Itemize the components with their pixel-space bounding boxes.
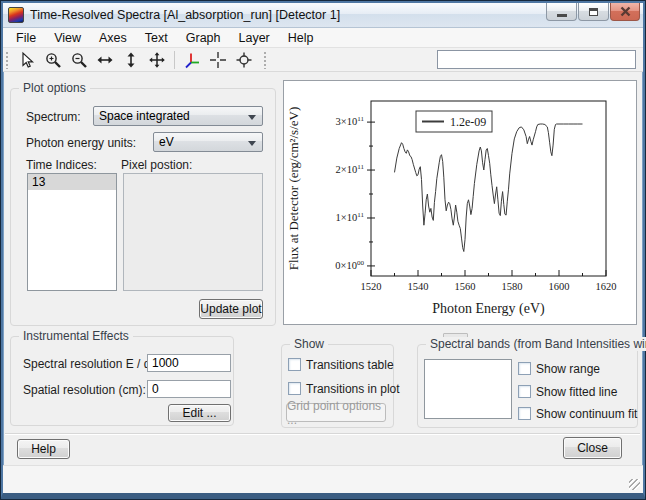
menu-bar: File View Axes Text Graph Layer Help [3,28,643,48]
toolbar-separator [174,51,175,69]
transitions-table-label: Transitions table [306,358,394,372]
spatial-resolution-label: Spatial resolution (cm): [23,383,146,397]
toolbar-grip-2[interactable] [263,51,268,69]
horizontal-arrows-icon [96,51,114,69]
zoom-out-icon [70,51,88,69]
window-title: Time-Resolved Spectra [Al_absorption_run… [30,8,340,22]
show-continuum-fit-label: Show continuum fit [536,407,637,421]
show-group-title: Show [290,337,328,351]
time-index-item-selected[interactable]: 13 [28,174,116,190]
app-icon [8,7,24,23]
maximize-button[interactable] [578,3,609,21]
show-continuum-fit-checkbox[interactable] [518,407,531,420]
time-indices-label: Time Indices: [26,158,97,172]
vertical-arrows-icon [122,51,140,69]
crosshair-tool-button[interactable] [205,49,231,71]
close-icon [620,6,631,17]
axes-tool-button[interactable] [179,49,205,71]
close-button[interactable]: Close [563,437,622,459]
spectrum-combobox[interactable]: Space integrated [93,106,263,126]
screenshot-stage: Time-Resolved Spectra [Al_absorption_run… [0,0,646,500]
show-fitted-line-checkbox[interactable] [518,385,531,398]
pan-tool-button[interactable] [144,49,170,71]
menu-help[interactable]: Help [279,29,323,47]
menu-graph[interactable]: Graph [177,29,230,47]
menu-view[interactable]: View [45,29,90,47]
svg-text:1560: 1560 [455,281,476,292]
show-fitted-line-label: Show fitted line [536,385,617,399]
chevron-down-icon [248,141,256,146]
app-window: Time-Resolved Spectra [Al_absorption_run… [0,0,646,500]
edit-button[interactable]: Edit ... [168,404,231,422]
show-range-checkbox[interactable] [518,362,531,375]
footer-separator [5,433,640,435]
status-bar [3,465,643,493]
menu-layer[interactable]: Layer [230,29,279,47]
resize-grip[interactable] [629,479,640,490]
spectrum-label: Spectrum: [26,110,81,124]
transitions-in-plot-label: Transitions in plot [306,382,400,396]
zoom-in-icon [44,51,62,69]
svg-text:Flux at Detector (erg/cm²/s/eV: Flux at Detector (erg/cm²/s/eV) [286,107,301,271]
menu-text[interactable]: Text [136,29,177,47]
menu-axes[interactable]: Axes [90,29,136,47]
photon-units-value: eV [159,135,174,149]
spectral-bands-title: Spectral bands (from Band Intensities wi… [426,337,646,351]
window-controls [545,3,640,21]
spectra-plot-panel[interactable]: 1520154015601580160016200×10001×10112×10… [283,80,637,325]
maximize-icon [589,8,598,16]
svg-text:1.2e-09: 1.2e-09 [450,115,486,129]
scale-y-tool-button[interactable] [118,49,144,71]
update-plot-button[interactable]: Update plot [199,299,263,319]
svg-text:1540: 1540 [408,281,429,292]
instrumental-effects-title: Instrumental Effects [19,329,133,343]
svg-text:3×1011: 3×1011 [336,115,365,127]
tool-bar [3,48,643,72]
svg-text:2×1011: 2×1011 [336,163,365,175]
scale-x-tool-button[interactable] [92,49,118,71]
spectrum-value: Space integrated [99,109,190,123]
spectral-resolution-label: Spectral resolution E / dE: [23,357,162,371]
svg-text:1600: 1600 [549,281,570,292]
minimize-button[interactable] [546,3,577,21]
toolbar-grip[interactable] [5,51,10,69]
photon-units-combobox[interactable]: eV [153,132,263,152]
close-window-button[interactable] [610,3,640,21]
title-bar: Time-Resolved Spectra [Al_absorption_run… [3,3,643,28]
instrumental-effects-group: Instrumental Effects Spectral resolution… [10,336,234,426]
pointer-tool-button[interactable] [14,49,40,71]
transitions-table-checkbox[interactable] [288,358,301,371]
center-point-tool-button[interactable] [231,49,257,71]
show-group: Show Transitions table Transitions in pl… [281,344,394,428]
plot-options-title: Plot options [19,81,90,95]
svg-text:Photon Energy (eV): Photon Energy (eV) [432,301,545,317]
svg-text:0×1000: 0×1000 [335,259,364,271]
zoom-out-tool-button[interactable] [66,49,92,71]
target-icon [235,51,253,69]
axes-icon [183,51,201,69]
spectral-bands-listbox[interactable] [424,359,512,419]
svg-text:1×1011: 1×1011 [336,211,365,223]
pixel-position-label: Pixel postion: [121,158,192,172]
show-range-label: Show range [536,362,600,376]
minimize-icon [557,14,567,17]
time-indices-listbox[interactable]: 13 [27,173,117,291]
toolbar-text-input[interactable] [437,50,636,69]
spectral-bands-group: Spectral bands (from Band Intensities wi… [417,344,638,428]
grid-point-options-button[interactable]: Grid point options ... [286,403,386,422]
transitions-in-plot-checkbox[interactable] [288,382,301,395]
chevron-down-icon [248,115,256,120]
svg-text:1620: 1620 [596,281,617,292]
crosshair-icon [209,51,227,69]
photon-units-label: Photon energy units: [26,136,136,150]
spectra-chart: 1520154015601580160016200×10001×10112×10… [284,81,636,324]
help-button[interactable]: Help [17,439,70,459]
svg-text:1580: 1580 [502,281,523,292]
zoom-in-tool-button[interactable] [40,49,66,71]
pointer-icon [18,51,36,69]
svg-text:1520: 1520 [361,281,382,292]
menu-file[interactable]: File [7,29,45,47]
spatial-resolution-input[interactable] [147,380,231,398]
spectral-resolution-input[interactable] [147,354,231,372]
pixel-position-listbox[interactable] [123,173,263,291]
